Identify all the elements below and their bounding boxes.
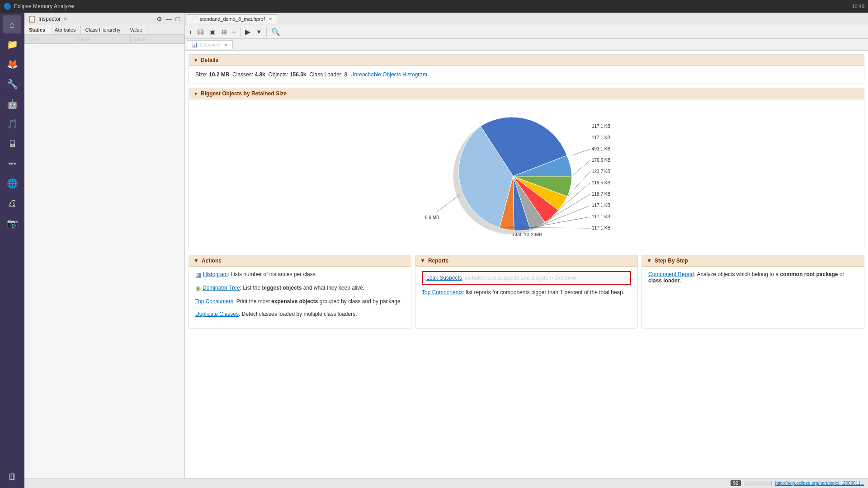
label-123: 123.7 KB xyxy=(592,169,610,174)
inspector-minimize[interactable]: — xyxy=(165,15,174,23)
label-8mb: 8.6 MB xyxy=(425,215,439,220)
biggest-objects-body: 493.1 KB 176.5 KB 123.7 KB 119.5 KB xyxy=(189,99,864,251)
step-by-step-section: ▼ Step By Step Component Report: Analyze… xyxy=(642,255,864,328)
status-link[interactable]: http://help.eclipse.org/nart/topic/...20… xyxy=(775,481,864,486)
pie-chart-area: 493.1 KB 176.5 KB 123.7 KB 119.5 KB xyxy=(195,104,858,246)
overview-label: Overview xyxy=(200,42,221,47)
sidebar-home[interactable]: ⌂ xyxy=(3,15,21,33)
action-dominator: ◉ Dominator Tree: List the biggest objec… xyxy=(195,285,405,292)
reports-header: ▼ Reports xyxy=(415,255,637,267)
sidebar-tools[interactable]: 🔧 xyxy=(3,75,21,93)
inspector-icon: 📋 xyxy=(28,15,36,23)
label-119: 119.5 KB xyxy=(592,180,610,185)
histogram-icon: ▦ xyxy=(195,271,201,278)
details-body: Size: 10.2 MB Classes: 4.8k Objects: 156… xyxy=(189,66,864,84)
actions-section: ▼ Actions ▦ Histogram: Lists number of i… xyxy=(189,255,411,328)
label-line-1 xyxy=(572,149,590,155)
action-top-consumers: Top Consumers: Print the most expensive … xyxy=(195,298,405,305)
reports-body: Leak Suspects: includes leak suspects an… xyxy=(415,267,637,306)
reports-collapse[interactable]: ▼ xyxy=(420,258,425,264)
toolbar-run[interactable]: ▶ xyxy=(243,26,253,38)
action-duplicate: Duplicate Classes: Detect classes loaded… xyxy=(195,311,405,317)
details-classes: 4.8k xyxy=(255,71,265,78)
toolbar-histogram[interactable]: ▦ xyxy=(195,26,206,38)
status-bar: 92 http://help.eclipse.org/nart/topic/..… xyxy=(24,478,868,488)
label-117b: 117.1 KB xyxy=(592,214,610,219)
col-type: Type xyxy=(25,35,74,44)
toolbar-oql[interactable]: ≡ xyxy=(230,27,238,37)
sidebar-terminal[interactable]: ▪▪▪ xyxy=(3,155,21,173)
reports-section: ▼ Reports Leak Suspects: includes leak s… xyxy=(415,255,638,328)
inspector-tabs: Statics Attributes Class Hierarchy Value xyxy=(24,25,184,35)
component-report-item: Component Report: Analyze objects which … xyxy=(648,271,858,284)
app-title: Eclipse Memory Analyzer xyxy=(14,3,75,9)
status-percent: 92 xyxy=(731,480,741,486)
file-tab[interactable]: 📄 standand_demo_8_mat.hprof ✕ xyxy=(187,14,277,23)
action-histogram: ▦ Histogram: Lists number of instances p… xyxy=(195,271,405,278)
top-consumers-link[interactable]: Top Consumers xyxy=(195,298,233,305)
details-title: Details xyxy=(201,57,218,63)
sidebar-folder[interactable]: 📁 xyxy=(3,35,21,53)
toolbar-report[interactable]: ▼ xyxy=(254,27,264,37)
unreachable-objects-link[interactable]: Unreachable Objects Histogram xyxy=(350,71,427,78)
sidebar-printer[interactable]: 🖨 xyxy=(3,194,21,212)
label-line-2 xyxy=(573,160,590,175)
leak-suspects-link[interactable]: Leak Suspects xyxy=(426,275,462,281)
col-value: Value xyxy=(130,35,184,44)
label-118: 118.7 KB xyxy=(592,192,610,197)
step-title: Step By Step xyxy=(655,258,688,264)
inspector-title: Inspector xyxy=(38,16,61,22)
sidebar-network[interactable]: 🌐 xyxy=(3,174,21,192)
file-tab-icon: 📄 xyxy=(192,16,198,22)
sidebar-android[interactable]: 🤖 xyxy=(3,95,21,113)
toolbar-search[interactable]: 🔍 xyxy=(269,26,283,38)
step-collapse[interactable]: ▼ xyxy=(646,258,652,264)
label-117c: 117.1 KB xyxy=(592,225,610,230)
details-size: 10.2 MB xyxy=(209,71,229,78)
inspector-maximize[interactable]: □ xyxy=(175,15,181,23)
sidebar-firefox[interactable]: 🦊 xyxy=(3,55,21,73)
label-117d: 117.1 KB xyxy=(592,135,610,140)
inspector-panel: 📋 Inspector ✕ ⚙ — □ Statics Attributes C… xyxy=(24,13,185,478)
sidebar-monitor[interactable]: 🖥 xyxy=(3,135,21,153)
top-components-item: Top Components: list reports for compone… xyxy=(422,289,631,296)
tab-class-hierarchy[interactable]: Class Hierarchy xyxy=(81,25,126,34)
sidebar-music[interactable]: 🎵 xyxy=(3,115,21,133)
leak-suspects-desc: : includes leak suspects and a system ov… xyxy=(462,275,576,281)
toolbar-sep-2 xyxy=(266,28,267,37)
duplicate-classes-link[interactable]: Duplicate Classes xyxy=(195,311,239,317)
component-report-link[interactable]: Component Report xyxy=(648,271,694,277)
tab-value[interactable]: Value xyxy=(125,25,147,34)
actions-collapse[interactable]: ▼ xyxy=(193,258,199,264)
dominator-link[interactable]: Dominator Tree xyxy=(203,285,240,291)
details-classloader: 8 xyxy=(344,71,348,78)
main-content: ▼ Details Size: 10.2 MB Classes: 4.8k Ob… xyxy=(185,51,868,478)
biggest-objects-section: ▼ Biggest Objects by Retained Size xyxy=(189,88,864,251)
toolbar-query[interactable]: ⊕ xyxy=(219,26,229,38)
details-section: ▼ Details Size: 10.2 MB Classes: 4.8k Ob… xyxy=(189,54,864,84)
reports-title: Reports xyxy=(428,258,448,264)
toolbar-info[interactable]: i xyxy=(188,27,194,37)
tab-statics[interactable]: Statics xyxy=(24,25,50,34)
inspector-tool-1[interactable]: ⚙ xyxy=(155,15,164,23)
details-collapse[interactable]: ▼ xyxy=(193,58,198,63)
step-header: ▼ Step By Step xyxy=(642,255,864,267)
biggest-objects-collapse[interactable]: ▼ xyxy=(193,91,198,96)
label-117a: 117.1 KB xyxy=(592,203,610,208)
details-text: Size: 10.2 MB Classes: 4.8k Objects: 156… xyxy=(195,70,858,79)
histogram-link[interactable]: Histogram xyxy=(203,271,228,277)
toolbar-dominator[interactable]: ◉ xyxy=(207,26,218,38)
top-components-link[interactable]: Top Components xyxy=(422,289,463,296)
sidebar-trash[interactable]: 🗑 xyxy=(3,467,21,485)
sidebar-camera[interactable]: 📷 xyxy=(3,214,21,232)
biggest-objects-title: Biggest Objects by Retained Size xyxy=(201,90,287,97)
title-bar: 🔵 Eclipse Memory Analyzer 10:40 xyxy=(0,0,868,13)
inspector-close-x[interactable]: ✕ xyxy=(63,16,67,21)
tab-attributes[interactable]: Attributes xyxy=(50,25,80,34)
overview-close[interactable]: ✕ xyxy=(224,42,228,47)
inspector-header: 📋 Inspector ✕ ⚙ — □ xyxy=(24,13,184,25)
overview-tab[interactable]: 📊 Overview ✕ xyxy=(187,40,233,49)
file-tab-close[interactable]: ✕ xyxy=(269,17,272,22)
overview-tab-bar: 📊 Overview ✕ xyxy=(185,39,868,51)
system-time: 10:40 xyxy=(852,4,864,9)
